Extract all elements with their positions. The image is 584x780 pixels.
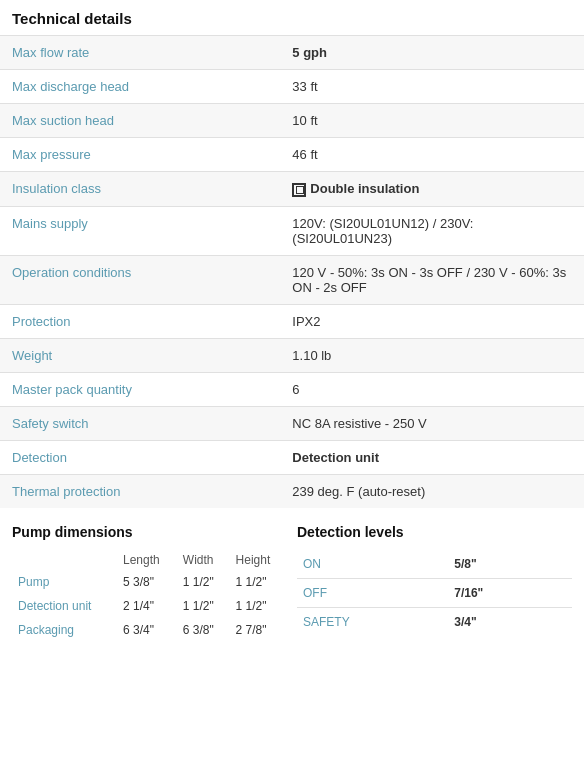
detail-value-3: 46 ft — [280, 138, 584, 172]
detail-label-9: Master pack quantity — [0, 372, 280, 406]
detection-levels: Detection levels ON5/8"OFF7/16"SAFETY3/4… — [287, 524, 572, 642]
pump-dimensions-title: Pump dimensions — [12, 524, 287, 540]
detail-label-2: Max suction head — [0, 104, 280, 138]
detail-label-1: Max discharge head — [0, 70, 280, 104]
detail-label-10: Safety switch — [0, 406, 280, 440]
det-label-0: ON — [297, 550, 448, 579]
detail-label-6: Operation conditions — [0, 255, 280, 304]
dim-cell-0-0: Pump — [12, 570, 117, 594]
detail-label-0: Max flow rate — [0, 36, 280, 70]
detail-value-0: 5 gph — [280, 36, 584, 70]
bottom-section: Pump dimensions LengthWidthHeight Pump5 … — [0, 508, 584, 654]
detail-label-5: Mains supply — [0, 206, 280, 255]
pump-dimensions: Pump dimensions LengthWidthHeight Pump5 … — [12, 524, 287, 642]
detail-label-4: Insulation class — [0, 172, 280, 207]
detail-value-2: 10 ft — [280, 104, 584, 138]
detail-label-8: Weight — [0, 338, 280, 372]
dim-cell-1-1: 2 1/4" — [117, 594, 177, 618]
dim-cell-1-3: 1 1/2" — [230, 594, 287, 618]
dim-header-2: Width — [177, 550, 230, 570]
dim-cell-0-3: 1 1/2" — [230, 570, 287, 594]
detail-value-8: 1.10 lb — [280, 338, 584, 372]
det-label-1: OFF — [297, 578, 448, 607]
detail-value-9: 6 — [280, 372, 584, 406]
detail-value-10: NC 8A resistive - 250 V — [280, 406, 584, 440]
detail-value-5: 120V: (SI20UL01UN12) / 230V: (SI20UL01UN… — [280, 206, 584, 255]
det-value-2: 3/4" — [448, 607, 572, 636]
dim-cell-2-2: 6 3/8" — [177, 618, 230, 642]
det-value-0: 5/8" — [448, 550, 572, 579]
detail-value-4: Double insulation — [280, 172, 584, 207]
detail-label-12: Thermal protection — [0, 474, 280, 508]
detail-value-12: 239 deg. F (auto-reset) — [280, 474, 584, 508]
dim-cell-0-1: 5 3/8" — [117, 570, 177, 594]
section-title: Technical details — [0, 0, 584, 35]
details-table: Max flow rate5 gphMax discharge head33 f… — [0, 35, 584, 508]
dim-header-3: Height — [230, 550, 287, 570]
detail-value-11: Detection unit — [280, 440, 584, 474]
dim-table: LengthWidthHeight Pump5 3/8"1 1/2"1 1/2"… — [12, 550, 287, 642]
det-table: ON5/8"OFF7/16"SAFETY3/4" — [297, 550, 572, 636]
det-value-1: 7/16" — [448, 578, 572, 607]
dim-cell-2-3: 2 7/8" — [230, 618, 287, 642]
detail-label-7: Protection — [0, 304, 280, 338]
detail-label-11: Detection — [0, 440, 280, 474]
dim-header-0 — [12, 550, 117, 570]
det-label-2: SAFETY — [297, 607, 448, 636]
dim-cell-2-0: Packaging — [12, 618, 117, 642]
detail-label-3: Max pressure — [0, 138, 280, 172]
insulation-icon — [292, 183, 306, 197]
dim-cell-1-0: Detection unit — [12, 594, 117, 618]
detection-levels-title: Detection levels — [297, 524, 572, 540]
detail-value-6: 120 V - 50%: 3s ON - 3s OFF / 230 V - 60… — [280, 255, 584, 304]
detail-value-7: IPX2 — [280, 304, 584, 338]
dim-header-1: Length — [117, 550, 177, 570]
detail-value-1: 33 ft — [280, 70, 584, 104]
page-container: Technical details Max flow rate5 gphMax … — [0, 0, 584, 654]
dim-cell-2-1: 6 3/4" — [117, 618, 177, 642]
dim-cell-1-2: 1 1/2" — [177, 594, 230, 618]
dim-cell-0-2: 1 1/2" — [177, 570, 230, 594]
